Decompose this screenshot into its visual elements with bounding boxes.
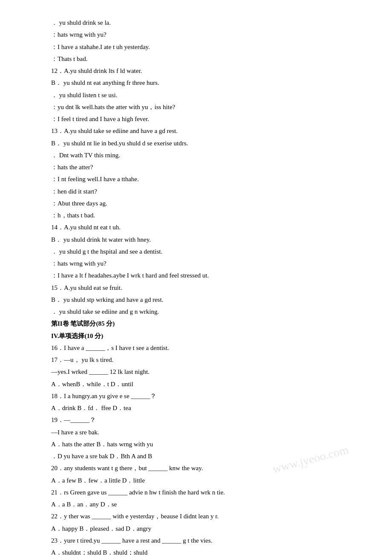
content-line-l14: ：I nt feeling well.I have a tthahe. [51, 173, 358, 185]
content-line-l6: B． yu shuld nt eat anything fr three hur… [51, 77, 358, 88]
content-line-l43: A．happy B．pleased．sad D．angry [51, 523, 358, 534]
content-line-l45: A．shuldnt；shuld B．shuld；shuld [51, 547, 358, 555]
content-line-l9: ：I feel t tired and I have a high fever. [51, 113, 358, 124]
content-line-l35: —I have a sre bak. [51, 427, 358, 438]
content-line-l38: 20．any students want t g there，but _____… [51, 462, 358, 474]
content-line-l8: ：yu dnt lk well.hats the atter with yu，i… [51, 101, 358, 113]
content-line-l21: ：hats wrng with yu? [51, 258, 358, 269]
content-line-l13: ：hats the atter? [51, 162, 358, 173]
content-line-l4: ：Thats t bad. [51, 53, 358, 64]
content-line-l15: ：hen did it start? [51, 186, 358, 197]
content-line-l36: A．hats the atter B．hats wrng with yu [51, 439, 358, 450]
content-line-l37: ．D yu have a sre bak D．Bth A and B [51, 451, 358, 462]
main-content: ． yu shuld drink se la.：hats wrng with y… [51, 17, 358, 555]
content-line-l11: B． yu shuld nt lie in bed.yu shuld d se … [51, 138, 358, 149]
content-line-l17: ：h，thats t bad. [51, 210, 358, 221]
content-line-l39: A．a few B．few．a little D．little [51, 475, 358, 486]
content-line-l22: ：I have a lt f headahes.aybe I wrk t har… [51, 270, 358, 281]
content-line-l23: 15．A.yu shuld eat se fruit. [51, 282, 358, 293]
content-line-l40: 21．rs Green gave us ______ advie n hw t … [51, 487, 358, 498]
content-line-l20: ． yu shuld g t the hspital and see a den… [51, 246, 358, 257]
content-line-l18: 14．A.yu shuld nt eat t uh. [51, 222, 358, 233]
content-line-l19: B． yu shuld drink ht water with hney. [51, 234, 358, 245]
content-line-l30: —yes.I wrked ______ 12 lk last night. [51, 366, 358, 377]
content-line-l16: ：Abut three days ag. [51, 198, 358, 209]
content-line-l5: 12．A.yu shuld drink lts f ld water. [51, 65, 358, 76]
content-line-l32: 18．I a hungry.an yu give e se ______？ [51, 390, 358, 402]
content-line-l34: 19．—______？ [51, 414, 358, 425]
content-line-l7: ． yu shuld listen t se usi. [51, 90, 358, 101]
content-line-l12: ． Dnt wath TV this rning. [51, 150, 358, 161]
content-line-l28: 16．I have a ______，s I have t see a dent… [51, 342, 358, 353]
content-line-l3: ：I have a stahahe.I ate t uh yesterday. [51, 41, 358, 52]
content-line-l42: 22．y ther was ______ with e yesterday，be… [51, 511, 358, 522]
content-line-l27: IV.单项选择(10 分) [51, 330, 358, 341]
content-line-l1: ． yu shuld drink se la. [51, 17, 358, 28]
content-line-l33: A．drink B．fd． ffee D．tea [51, 402, 358, 413]
content-line-l31: A．whenB．while．t D．until [51, 379, 358, 390]
content-line-l29: 17．—u， yu lk s tired. [51, 354, 358, 365]
content-line-l41: A．a B．an．any D．se [51, 499, 358, 510]
content-line-l2: ：hats wrng with yu? [51, 29, 358, 40]
content-line-l10: 13．A.yu shuld take se ediine and have a … [51, 125, 358, 136]
content-line-l44: 23．yure t tired.yu ______ have a rest an… [51, 535, 358, 546]
content-line-l26: 第II卷 笔试部分(85 分) [51, 318, 358, 329]
content-line-l24: B． yu shuld stp wrking and have a gd res… [51, 294, 358, 305]
content-line-l25: ． yu shuld take se ediine and g n wrking… [51, 306, 358, 317]
